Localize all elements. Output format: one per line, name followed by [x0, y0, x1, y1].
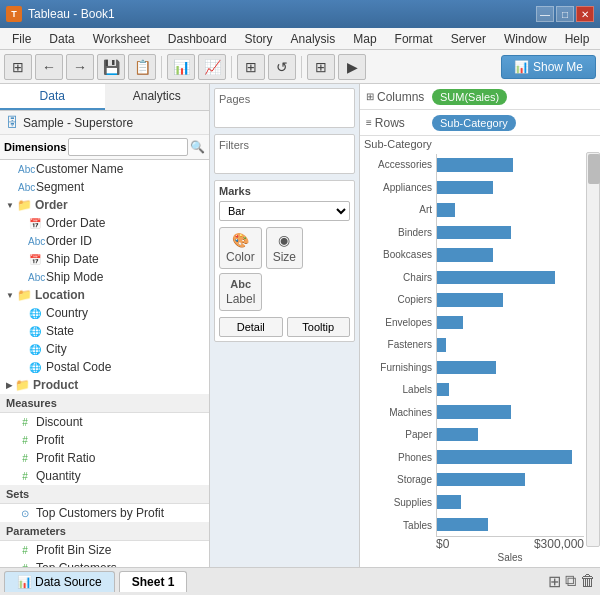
folder-icon: 📁 — [15, 378, 30, 392]
datasource-name[interactable]: Sample - Superstore — [23, 116, 133, 130]
parameters-header: Parameters — [0, 522, 209, 541]
menu-file[interactable]: File — [4, 30, 39, 48]
toolbar-table[interactable]: ⊞ — [307, 54, 335, 80]
toolbar-chart2[interactable]: 📈 — [198, 54, 226, 80]
group-product[interactable]: ▶ 📁 Product — [0, 376, 209, 394]
field-label: Quantity — [36, 469, 81, 483]
toolbar-refresh[interactable]: ↺ — [268, 54, 296, 80]
detail-tooltip: Detail Tooltip — [219, 317, 350, 337]
field-discount[interactable]: # Discount — [0, 413, 209, 431]
toolbar-home[interactable]: ⊞ — [4, 54, 32, 80]
toolbar-forward[interactable]: → — [66, 54, 94, 80]
field-label: Segment — [36, 180, 84, 194]
rows-pill[interactable]: Sub-Category — [432, 115, 516, 131]
columns-icon: ⊞ — [366, 91, 374, 102]
y-label-binders: Binders — [360, 227, 436, 239]
tab-data[interactable]: Data — [0, 84, 105, 110]
field-segment[interactable]: Abc Segment — [0, 178, 209, 196]
sep2 — [231, 56, 232, 78]
group-location[interactable]: ▼ 📁 Location — [0, 286, 209, 304]
right-panel: ⊞ Columns SUM(Sales) ≡ Rows Sub-Category… — [360, 84, 600, 567]
field-state[interactable]: 🌐 State — [0, 322, 209, 340]
field-top-customers[interactable]: ⊙ Top Customers by Profit — [0, 504, 209, 522]
y-label-copiers: Copiers — [360, 294, 436, 306]
fields-list: Abc Customer Name Abc Segment ▼ 📁 Order … — [0, 160, 209, 567]
abc-icon: Abc — [18, 182, 32, 193]
app-icon: T — [6, 6, 22, 22]
field-country[interactable]: 🌐 Country — [0, 304, 209, 322]
rows-text: Rows — [375, 116, 405, 130]
show-me-button[interactable]: 📊 Show Me — [501, 55, 596, 79]
field-profit[interactable]: # Profit — [0, 431, 209, 449]
field-label: Top Customers by Profit — [36, 506, 164, 520]
window-controls[interactable]: — □ ✕ — [536, 6, 594, 22]
menu-data[interactable]: Data — [41, 30, 82, 48]
bar-row-envelopes — [437, 311, 584, 333]
geo-icon: 🌐 — [28, 362, 42, 373]
toolbar-present[interactable]: ▶ — [338, 54, 366, 80]
tooltip-button[interactable]: Tooltip — [287, 317, 351, 337]
size-label: Size — [273, 250, 296, 264]
toolbar-back[interactable]: ← — [35, 54, 63, 80]
field-ship-mode[interactable]: Abc Ship Mode — [0, 268, 209, 286]
field-city[interactable]: 🌐 City — [0, 340, 209, 358]
toolbar-chart[interactable]: 📊 — [167, 54, 195, 80]
field-quantity[interactable]: # Quantity — [0, 467, 209, 485]
bottom-bar: 📊 Data Source Sheet 1 ⊞ ⧉ 🗑 — [0, 567, 600, 595]
toolbar-filter[interactable]: ⊞ — [237, 54, 265, 80]
menu-analysis[interactable]: Analysis — [283, 30, 344, 48]
chart-scrollbar[interactable] — [586, 152, 600, 547]
close-button[interactable]: ✕ — [576, 6, 594, 22]
field-profit-ratio[interactable]: # Profit Ratio — [0, 449, 209, 467]
minimize-button[interactable]: — — [536, 6, 554, 22]
bar-supplies — [437, 495, 461, 508]
group-order[interactable]: ▼ 📁 Order — [0, 196, 209, 214]
field-label: Profit Ratio — [36, 451, 95, 465]
sep1 — [161, 56, 162, 78]
delete-sheet-icon[interactable]: 🗑 — [580, 572, 596, 591]
menu-format[interactable]: Format — [387, 30, 441, 48]
maximize-button[interactable]: □ — [556, 6, 574, 22]
y-label-art: Art — [360, 204, 436, 216]
field-profit-bin[interactable]: # Profit Bin Size — [0, 541, 209, 559]
field-top-customers-param[interactable]: # Top Customers — [0, 559, 209, 567]
menu-story[interactable]: Story — [237, 30, 281, 48]
y-label-tables: Tables — [360, 520, 436, 532]
menu-window[interactable]: Window — [496, 30, 555, 48]
tab-analytics[interactable]: Analytics — [105, 84, 210, 110]
field-order-date[interactable]: 📅 Order Date — [0, 214, 209, 232]
dimensions-label: Dimensions — [4, 141, 66, 153]
field-postal-code[interactable]: 🌐 Postal Code — [0, 358, 209, 376]
menu-map[interactable]: Map — [345, 30, 384, 48]
search-input[interactable] — [68, 138, 188, 156]
new-sheet-icon[interactable]: ⊞ — [548, 572, 561, 591]
search-icon[interactable]: 🔍 — [190, 140, 205, 154]
menu-help[interactable]: Help — [557, 30, 598, 48]
bar-row-phones — [437, 446, 584, 468]
field-order-id[interactable]: Abc Order ID — [0, 232, 209, 250]
field-label: Profit Bin Size — [36, 543, 111, 557]
field-customer-name[interactable]: Abc Customer Name — [0, 160, 209, 178]
menu-worksheet[interactable]: Worksheet — [85, 30, 158, 48]
menu-dashboard[interactable]: Dashboard — [160, 30, 235, 48]
color-button[interactable]: 🎨 Color — [219, 227, 262, 269]
scrollbar-thumb[interactable] — [588, 154, 600, 184]
datasource-tab[interactable]: 📊 Data Source — [4, 571, 115, 592]
num-icon: # — [18, 417, 32, 428]
size-button[interactable]: ◉ Size — [266, 227, 303, 269]
panel-tabs: Data Analytics — [0, 84, 209, 111]
bar-tables — [437, 518, 488, 531]
duplicate-sheet-icon[interactable]: ⧉ — [565, 572, 576, 591]
x-label-start: $0 — [436, 537, 449, 551]
columns-pill[interactable]: SUM(Sales) — [432, 89, 507, 105]
y-label-bookcases: Bookcases — [360, 249, 436, 261]
toolbar-save[interactable]: 💾 — [97, 54, 125, 80]
y-label-envelopes: Envelopes — [360, 317, 436, 329]
toolbar-copy[interactable]: 📋 — [128, 54, 156, 80]
label-button[interactable]: Abc Label — [219, 273, 262, 311]
marks-type-select[interactable]: Bar — [219, 201, 350, 221]
sheet-tab[interactable]: Sheet 1 — [119, 571, 188, 592]
detail-button[interactable]: Detail — [219, 317, 283, 337]
field-ship-date[interactable]: 📅 Ship Date — [0, 250, 209, 268]
menu-server[interactable]: Server — [443, 30, 494, 48]
